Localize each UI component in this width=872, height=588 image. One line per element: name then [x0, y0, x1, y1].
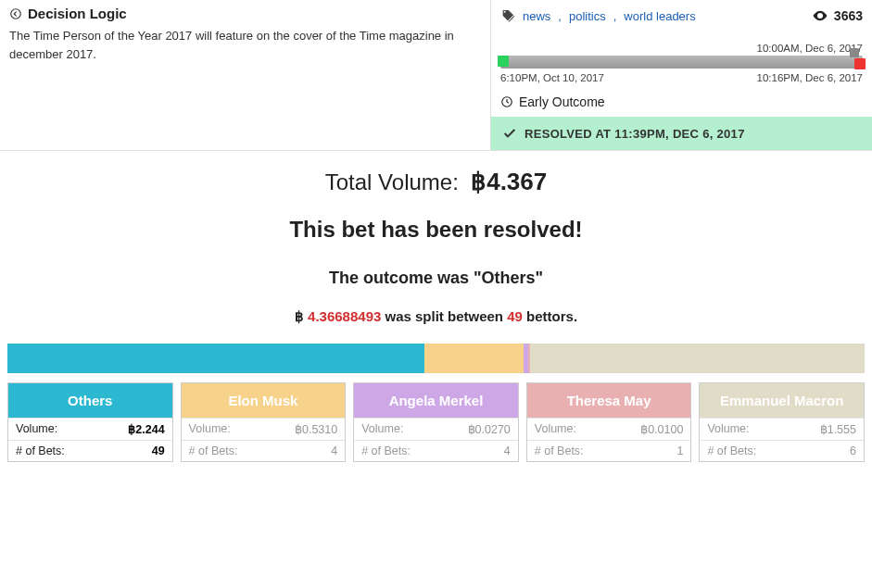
total-volume-value: ฿4.367	[471, 168, 547, 195]
bar-seg-elon	[424, 344, 523, 373]
card-title: Others	[8, 383, 172, 418]
tag-link-news[interactable]: news	[523, 9, 550, 23]
bar-seg-others	[7, 344, 424, 373]
resolved-banner: RESOLVED AT 11:39PM, DEC 6, 2017	[491, 117, 872, 150]
eye-icon	[812, 7, 828, 24]
volume-value: ฿0.0100	[640, 422, 683, 436]
bets-value: 1	[676, 444, 683, 457]
view-count-value: 3663	[834, 8, 863, 23]
timeline-end-label: 10:16PM, Dec 6, 2017	[757, 72, 863, 83]
timeline-start-marker	[498, 56, 509, 67]
decision-logic-panel: Decision Logic The Time Person of the Ye…	[0, 0, 491, 150]
volume-label: Volume:	[16, 422, 57, 436]
bets-label: # of Bets:	[361, 444, 411, 457]
card-emmanuel-macron[interactable]: Emmanuel Macron Volume:฿1.555 # of Bets:…	[699, 382, 865, 462]
clock-icon	[500, 95, 513, 108]
bar-seg-macron	[530, 344, 865, 373]
resolved-text: RESOLVED AT 11:39PM, DEC 6, 2017	[524, 127, 745, 141]
resolved-headline: This bet has been resolved!	[0, 217, 872, 243]
tags-list: news, politics, world leaders	[500, 8, 696, 23]
bets-value: 6	[850, 444, 856, 457]
volume-stacked-bar	[7, 344, 865, 373]
timeline-mark-marker	[850, 48, 859, 57]
svg-point-0	[11, 8, 21, 19]
split-btc-sym: ฿	[295, 308, 304, 324]
volume-label: Volume:	[361, 422, 403, 436]
bets-value: 4	[331, 444, 337, 457]
volume-label: Volume:	[707, 422, 749, 436]
card-elon-musk[interactable]: Elon Musk Volume:฿0.5310 # of Bets:4	[181, 382, 347, 462]
decision-logic-title: Decision Logic	[28, 6, 127, 21]
svg-point-1	[818, 15, 821, 18]
outcome-cards: Others Volume:฿2.244 # of Bets:49 Elon M…	[0, 382, 872, 469]
split-message: ฿ 4.36688493 was split between 49 bettor…	[0, 308, 872, 325]
bets-label: # of Bets:	[189, 444, 238, 457]
card-title: Elon Musk	[182, 383, 346, 418]
bets-label: # of Bets:	[707, 444, 756, 457]
volume-value: ฿1.555	[820, 422, 856, 436]
bets-value: 4	[504, 444, 511, 457]
card-theresa-may[interactable]: Theresa May Volume:฿0.0100 # of Bets:1	[526, 382, 692, 462]
volume-label: Volume:	[535, 422, 576, 436]
bets-value: 49	[152, 444, 165, 457]
total-volume: Total Volume: ฿4.367	[0, 168, 872, 196]
view-count: 3663	[812, 7, 863, 24]
card-others[interactable]: Others Volume:฿2.244 # of Bets:49	[7, 382, 173, 462]
split-suffix: bettors.	[523, 308, 577, 324]
decision-logic-body: The Time Person of the Year 2017 will fe…	[9, 27, 481, 63]
card-angela-merkel[interactable]: Angela Merkel Volume:฿0.0270 # of Bets:4	[353, 382, 519, 462]
split-amount: 4.36688493	[308, 308, 381, 324]
split-mid: was split between	[381, 308, 507, 324]
tag-link-world-leaders[interactable]: world leaders	[624, 9, 695, 23]
back-arrow-icon	[9, 7, 22, 20]
volume-value: ฿0.5310	[295, 422, 337, 436]
meta-panel: news, politics, world leaders 3663 10:00…	[491, 0, 872, 150]
early-outcome-row: Early Outcome	[491, 87, 872, 117]
timeline-end-marker	[854, 58, 866, 69]
timeline-mark-label: 10:00AM, Dec 6, 2017	[500, 43, 863, 54]
timeline-bar	[500, 56, 863, 69]
card-title: Theresa May	[527, 383, 691, 418]
split-bettors: 49	[507, 308, 523, 324]
timeline-start-label: 6:10PM, Oct 10, 2017	[500, 72, 604, 83]
timeline: 10:00AM, Dec 6, 2017 6:10PM, Oct 10, 201…	[491, 31, 872, 87]
total-volume-label: Total Volume:	[325, 169, 459, 194]
bets-label: # of Bets:	[535, 444, 584, 457]
check-icon	[502, 126, 517, 141]
volume-value: ฿0.0270	[468, 422, 511, 436]
early-outcome-label: Early Outcome	[519, 94, 605, 109]
outcome-headline: The outcome was "Others"	[0, 269, 872, 288]
tags-icon	[500, 8, 515, 23]
tag-link-politics[interactable]: politics	[569, 9, 606, 23]
volume-value: ฿2.244	[128, 422, 164, 436]
volume-label: Volume:	[189, 422, 231, 436]
bets-label: # of Bets:	[16, 444, 65, 457]
card-title: Angela Merkel	[354, 383, 518, 418]
card-title: Emmanuel Macron	[700, 383, 864, 418]
